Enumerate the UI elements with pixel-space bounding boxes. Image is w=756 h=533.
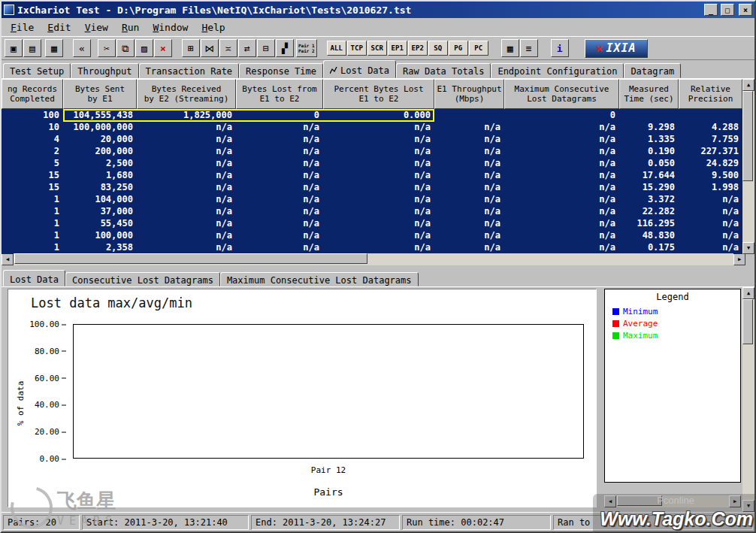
pair-group-button[interactable]: ⊟	[257, 39, 275, 57]
table-cell: n/a	[236, 121, 323, 133]
table-cell: n/a	[236, 157, 323, 169]
table-h-scrollbar[interactable]: ◀ ▶	[2, 253, 756, 265]
table-cell: 55,450	[63, 217, 137, 229]
column-header-percent-bytes-lost-e1-to-e2[interactable]: Percent Bytes LostE1 to E2	[323, 79, 434, 109]
add-pair-button[interactable]: ⊞	[182, 39, 200, 57]
scroll-left-button[interactable]: ◀	[2, 253, 14, 265]
menu-item-window[interactable]: Window	[146, 20, 195, 35]
scroll-down-button[interactable]: ▼	[742, 242, 754, 254]
scroll-thumb[interactable]	[742, 91, 753, 181]
column-header-maximum-consecutive-lost-datagrams[interactable]: Maximum ConsecutiveLost Datagrams	[504, 79, 619, 109]
pair-swap-button[interactable]: ⇄	[238, 39, 256, 57]
pair-view-button[interactable]: ▞	[276, 39, 294, 57]
table-cell: 48.830	[619, 229, 679, 241]
cut-button[interactable]: ✂	[98, 39, 116, 57]
menu-item-view[interactable]: View	[78, 20, 115, 35]
filter-tcp-button[interactable]: TCP	[347, 41, 367, 56]
save-button[interactable]: ▣	[5, 39, 23, 57]
tab-response-time[interactable]: Response Time	[239, 63, 323, 78]
scroll-track[interactable]	[742, 299, 754, 500]
tab-consecutive-lost-datagrams[interactable]: Consecutive Lost Datagrams	[65, 272, 220, 286]
grid-view-button[interactable]: ▦	[501, 39, 519, 57]
scroll-left-button[interactable]: ◀	[604, 495, 616, 507]
filter-sq-button[interactable]: SQ	[428, 41, 448, 56]
menu-item-file[interactable]: File	[4, 20, 41, 35]
table-row[interactable]: 52,500n/an/an/an/an/a0.05024.829	[2, 157, 742, 169]
app-icon[interactable]	[4, 5, 14, 15]
scroll-track[interactable]	[742, 91, 754, 242]
list-view-button[interactable]: ≡	[520, 39, 538, 57]
column-header-ng-records-completed[interactable]: ng RecordsCompleted	[2, 79, 63, 109]
column-header-bytes-lost-from-e1-to-e2[interactable]: Bytes Lost fromE1 to E2	[236, 79, 323, 109]
column-header-e1-throughput-mbps[interactable]: E1 Throughput(Mbps)	[434, 79, 504, 109]
table-cell: n/a	[236, 193, 323, 205]
column-header-relative-precision[interactable]: RelativePrecision	[679, 79, 742, 109]
table-row[interactable]: 1583,250n/an/an/an/an/a15.2901.998	[2, 181, 742, 193]
tab-lost-data[interactable]: Lost Data	[323, 60, 396, 78]
pane-v-scrollbar[interactable]: ▲ ▼	[742, 287, 754, 512]
help-info-button[interactable]: i	[551, 39, 569, 57]
paste-button[interactable]: ▨	[135, 39, 153, 57]
tab-transaction-rate[interactable]: Transaction Rate	[139, 63, 240, 78]
scroll-thumb[interactable]	[742, 299, 753, 344]
pair-swap-icon: ⇄	[244, 44, 250, 53]
menu-item-help[interactable]: Help	[195, 20, 231, 35]
scroll-thumb[interactable]	[617, 495, 662, 506]
column-header-bytes-received-by-e2-streaming[interactable]: Bytes Receivedby E2 (Streaming)	[137, 79, 236, 109]
table-row[interactable]: 155,450n/an/an/an/an/a116.295n/a	[2, 217, 742, 229]
table-row[interactable]: 10100,000,000n/an/an/an/an/a9.2984.288	[2, 121, 742, 133]
scroll-thumb[interactable]	[14, 253, 367, 264]
tab-raw-data-totals[interactable]: Raw Data Totals	[396, 63, 491, 78]
scroll-track[interactable]	[616, 495, 729, 507]
filter-ep2-button[interactable]: EP2	[408, 41, 428, 56]
print-button[interactable]: ▤	[23, 39, 41, 57]
pair-link-icon: ⋈	[205, 44, 215, 53]
table-row[interactable]: 1104,000n/an/an/an/an/a3.372n/a	[2, 193, 742, 205]
scroll-right-button[interactable]: ▶	[729, 495, 741, 507]
tab-endpoint-configuration[interactable]: Endpoint Configuration	[491, 63, 624, 78]
table-row[interactable]: 420,000n/an/an/an/an/a1.3357.759	[2, 133, 742, 145]
tab-throughput[interactable]: Throughput	[71, 63, 138, 78]
filter-pg-button[interactable]: PG	[449, 41, 468, 56]
table-row[interactable]: 137,000n/an/an/an/an/a22.282n/a	[2, 205, 742, 217]
tab-datagram[interactable]: Datagram	[624, 63, 681, 78]
column-header-measured-time-sec[interactable]: MeasuredTime (sec)	[619, 79, 679, 109]
column-header-bytes-sent-by-e1[interactable]: Bytes Sentby E1	[63, 79, 137, 109]
legend-panel: Legend MinimumAverageMaximum	[604, 289, 741, 483]
table-row[interactable]: 2200,000n/an/an/an/an/a0.190227.371	[2, 145, 742, 157]
copy-button[interactable]: ⧉	[116, 39, 135, 57]
filter-ep1-button[interactable]: EP1	[388, 41, 407, 56]
minimize-button[interactable]: _	[704, 4, 718, 16]
table-cell: n/a	[137, 229, 236, 241]
maximize-button[interactable]: □	[721, 4, 734, 16]
pair-link-button[interactable]: ⋈	[201, 39, 219, 57]
menu-item-run[interactable]: Run	[115, 20, 146, 35]
scroll-right-button[interactable]: ▶	[733, 253, 745, 265]
tab-lost-data[interactable]: Lost Data	[3, 270, 65, 286]
pair-copy-button[interactable]: ≍	[219, 39, 237, 57]
rewind-button[interactable]: «	[73, 39, 91, 57]
close-button[interactable]: ×	[739, 4, 752, 16]
legend-h-scrollbar[interactable]: ◀ ▶	[604, 495, 741, 507]
edit-grid-button[interactable]: ▦	[45, 39, 63, 57]
scroll-down-button[interactable]: ▼	[742, 500, 754, 512]
filter-scr-button[interactable]: SCR	[367, 41, 387, 56]
filter-pc-button[interactable]: PC	[469, 41, 488, 56]
tab-test-setup[interactable]: Test Setup	[3, 63, 71, 78]
menu-item-edit[interactable]: Edit	[41, 20, 77, 35]
table-cell: 1	[2, 229, 63, 241]
table-cell: 15	[2, 181, 63, 193]
table-row[interactable]: 1100,000n/an/an/an/an/a48.830n/a	[2, 229, 742, 241]
table-v-scrollbar[interactable]: ▲ ▼	[742, 79, 754, 254]
table-row[interactable]: 151,680n/an/an/an/an/a17.6449.500	[2, 169, 742, 181]
filter-all-button[interactable]: ALL	[327, 41, 346, 56]
pair-12-button[interactable]: Pair 1Pair 2	[296, 39, 317, 57]
scroll-up-button[interactable]: ▲	[742, 287, 754, 299]
legend-column: Legend MinimumAverageMaximum ◀ ▶	[604, 289, 741, 512]
tab-maximum-consecutive-lost-datagrams[interactable]: Maximum Consecutive Lost Datagrams	[220, 272, 419, 286]
scroll-track[interactable]	[14, 253, 733, 265]
scroll-up-button[interactable]: ▲	[742, 79, 754, 91]
table-row[interactable]: 12,358n/an/an/an/an/a0.175n/a	[2, 241, 742, 253]
table-row[interactable]: 100104,555,4381,825,00000.0000	[2, 109, 742, 121]
delete-button[interactable]: ×	[154, 39, 172, 57]
